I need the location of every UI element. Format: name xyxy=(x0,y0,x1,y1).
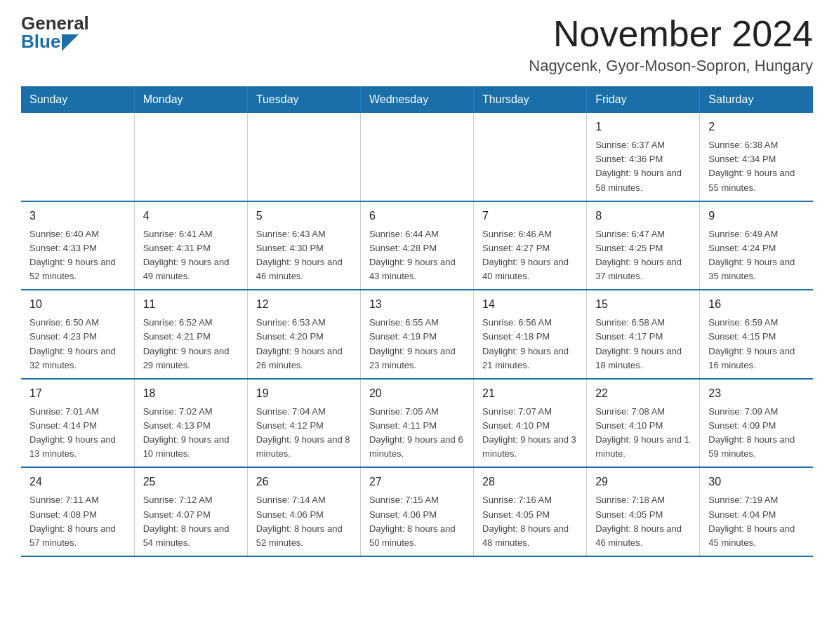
day-header-monday: Monday xyxy=(134,86,247,113)
calendar-cell xyxy=(247,113,360,201)
calendar-cell xyxy=(134,113,247,201)
calendar-cell: 10Sunrise: 6:50 AMSunset: 4:23 PMDayligh… xyxy=(21,290,134,379)
calendar-cell: 17Sunrise: 7:01 AMSunset: 4:14 PMDayligh… xyxy=(21,379,134,468)
day-number: 10 xyxy=(29,296,126,313)
day-number: 17 xyxy=(29,385,126,402)
calendar-cell: 26Sunrise: 7:14 AMSunset: 4:06 PMDayligh… xyxy=(247,467,360,556)
calendar-cell: 29Sunrise: 7:18 AMSunset: 4:05 PMDayligh… xyxy=(587,467,700,556)
day-header-friday: Friday xyxy=(587,86,700,113)
calendar-cell: 9Sunrise: 6:49 AMSunset: 4:24 PMDaylight… xyxy=(700,201,813,290)
day-info: Sunrise: 6:41 AMSunset: 4:31 PMDaylight:… xyxy=(143,227,239,284)
day-info: Sunrise: 7:04 AMSunset: 4:12 PMDaylight:… xyxy=(256,405,352,462)
day-info: Sunrise: 6:50 AMSunset: 4:23 PMDaylight:… xyxy=(29,316,126,373)
calendar-cell: 5Sunrise: 6:43 AMSunset: 4:30 PMDaylight… xyxy=(247,201,360,290)
day-info: Sunrise: 6:58 AMSunset: 4:17 PMDaylight:… xyxy=(595,316,691,373)
day-info: Sunrise: 6:47 AMSunset: 4:25 PMDaylight:… xyxy=(595,227,691,284)
calendar-cell: 7Sunrise: 6:46 AMSunset: 4:27 PMDaylight… xyxy=(474,201,587,290)
day-number: 15 xyxy=(595,296,691,313)
day-number: 21 xyxy=(482,385,578,402)
day-info: Sunrise: 7:18 AMSunset: 4:05 PMDaylight:… xyxy=(595,493,691,550)
day-header-sunday: Sunday xyxy=(21,86,134,113)
day-number: 5 xyxy=(256,208,352,224)
calendar-cell: 27Sunrise: 7:15 AMSunset: 4:06 PMDayligh… xyxy=(360,467,473,556)
week-row-5: 24Sunrise: 7:11 AMSunset: 4:08 PMDayligh… xyxy=(21,467,813,556)
day-number: 20 xyxy=(369,385,465,402)
logo-triangle-icon xyxy=(62,34,79,51)
day-header-thursday: Thursday xyxy=(474,86,587,113)
day-info: Sunrise: 6:46 AMSunset: 4:27 PMDaylight:… xyxy=(482,227,578,284)
calendar-cell: 16Sunrise: 6:59 AMSunset: 4:15 PMDayligh… xyxy=(700,290,813,379)
day-number: 2 xyxy=(708,119,805,135)
week-row-2: 3Sunrise: 6:40 AMSunset: 4:33 PMDaylight… xyxy=(21,201,813,290)
calendar-cell: 1Sunrise: 6:37 AMSunset: 4:36 PMDaylight… xyxy=(587,113,700,201)
logo: General Blue xyxy=(21,14,89,51)
logo-general-text: General xyxy=(21,14,89,32)
day-number: 23 xyxy=(708,385,805,402)
calendar-cell: 28Sunrise: 7:16 AMSunset: 4:05 PMDayligh… xyxy=(474,467,587,556)
month-title: November 2024 xyxy=(529,14,813,54)
day-number: 3 xyxy=(29,208,126,224)
day-number: 27 xyxy=(369,474,465,490)
day-number: 18 xyxy=(143,385,239,402)
calendar-body: 1Sunrise: 6:37 AMSunset: 4:36 PMDaylight… xyxy=(21,113,813,556)
day-info: Sunrise: 6:49 AMSunset: 4:24 PMDaylight:… xyxy=(708,227,805,284)
calendar-cell xyxy=(360,113,473,201)
logo-blue-text: Blue xyxy=(21,32,60,51)
location-subtitle: Nagycenk, Gyor-Moson-Sopron, Hungary xyxy=(529,57,813,75)
calendar-cell: 6Sunrise: 6:44 AMSunset: 4:28 PMDaylight… xyxy=(360,201,473,290)
day-info: Sunrise: 7:16 AMSunset: 4:05 PMDaylight:… xyxy=(482,493,578,550)
day-number: 13 xyxy=(369,296,465,313)
day-number: 7 xyxy=(482,208,578,224)
calendar-cell: 12Sunrise: 6:53 AMSunset: 4:20 PMDayligh… xyxy=(247,290,360,379)
day-number: 25 xyxy=(143,474,239,490)
calendar-table: SundayMondayTuesdayWednesdayThursdayFrid… xyxy=(21,86,813,557)
day-number: 12 xyxy=(256,296,352,313)
day-number: 8 xyxy=(595,208,691,224)
title-section: November 2024 Nagycenk, Gyor-Moson-Sopro… xyxy=(529,14,813,75)
calendar-cell xyxy=(21,113,134,201)
day-info: Sunrise: 6:37 AMSunset: 4:36 PMDaylight:… xyxy=(595,138,691,195)
calendar-cell: 18Sunrise: 7:02 AMSunset: 4:13 PMDayligh… xyxy=(134,379,247,468)
day-number: 4 xyxy=(143,208,239,224)
day-number: 19 xyxy=(256,385,352,402)
day-info: Sunrise: 7:01 AMSunset: 4:14 PMDaylight:… xyxy=(29,405,126,462)
day-info: Sunrise: 6:59 AMSunset: 4:15 PMDaylight:… xyxy=(708,316,805,373)
day-info: Sunrise: 7:08 AMSunset: 4:10 PMDaylight:… xyxy=(595,405,691,462)
calendar-cell xyxy=(474,113,587,201)
day-number: 28 xyxy=(482,474,578,490)
day-number: 22 xyxy=(595,385,691,402)
calendar-cell: 11Sunrise: 6:52 AMSunset: 4:21 PMDayligh… xyxy=(134,290,247,379)
day-number: 9 xyxy=(708,208,805,224)
day-header-wednesday: Wednesday xyxy=(360,86,473,113)
day-number: 11 xyxy=(143,296,239,313)
calendar-cell: 3Sunrise: 6:40 AMSunset: 4:33 PMDaylight… xyxy=(21,201,134,290)
calendar-cell: 21Sunrise: 7:07 AMSunset: 4:10 PMDayligh… xyxy=(474,379,587,468)
day-number: 14 xyxy=(482,296,578,313)
calendar-cell: 2Sunrise: 6:38 AMSunset: 4:34 PMDaylight… xyxy=(700,113,813,201)
day-info: Sunrise: 6:55 AMSunset: 4:19 PMDaylight:… xyxy=(369,316,465,373)
day-info: Sunrise: 6:44 AMSunset: 4:28 PMDaylight:… xyxy=(369,227,465,284)
days-of-week-row: SundayMondayTuesdayWednesdayThursdayFrid… xyxy=(21,86,813,113)
day-info: Sunrise: 7:07 AMSunset: 4:10 PMDaylight:… xyxy=(482,405,578,462)
day-info: Sunrise: 7:12 AMSunset: 4:07 PMDaylight:… xyxy=(143,493,239,550)
day-number: 30 xyxy=(708,474,805,490)
day-info: Sunrise: 6:56 AMSunset: 4:18 PMDaylight:… xyxy=(482,316,578,373)
day-number: 1 xyxy=(595,119,691,135)
day-number: 26 xyxy=(256,474,352,490)
calendar-cell: 8Sunrise: 6:47 AMSunset: 4:25 PMDaylight… xyxy=(587,201,700,290)
day-number: 16 xyxy=(708,296,805,313)
week-row-4: 17Sunrise: 7:01 AMSunset: 4:14 PMDayligh… xyxy=(21,379,813,468)
day-info: Sunrise: 7:11 AMSunset: 4:08 PMDaylight:… xyxy=(29,493,126,550)
week-row-3: 10Sunrise: 6:50 AMSunset: 4:23 PMDayligh… xyxy=(21,290,813,379)
day-info: Sunrise: 7:14 AMSunset: 4:06 PMDaylight:… xyxy=(256,493,352,550)
day-info: Sunrise: 7:05 AMSunset: 4:11 PMDaylight:… xyxy=(369,405,465,462)
day-info: Sunrise: 6:40 AMSunset: 4:33 PMDaylight:… xyxy=(29,227,126,284)
day-info: Sunrise: 6:38 AMSunset: 4:34 PMDaylight:… xyxy=(708,138,805,195)
day-info: Sunrise: 7:09 AMSunset: 4:09 PMDaylight:… xyxy=(708,405,805,462)
calendar-cell: 22Sunrise: 7:08 AMSunset: 4:10 PMDayligh… xyxy=(587,379,700,468)
calendar-cell: 14Sunrise: 6:56 AMSunset: 4:18 PMDayligh… xyxy=(474,290,587,379)
day-info: Sunrise: 7:15 AMSunset: 4:06 PMDaylight:… xyxy=(369,493,465,550)
page-header: General Blue November 2024 Nagycenk, Gyo… xyxy=(21,14,813,75)
day-number: 6 xyxy=(369,208,465,224)
day-info: Sunrise: 7:19 AMSunset: 4:04 PMDaylight:… xyxy=(708,493,805,550)
